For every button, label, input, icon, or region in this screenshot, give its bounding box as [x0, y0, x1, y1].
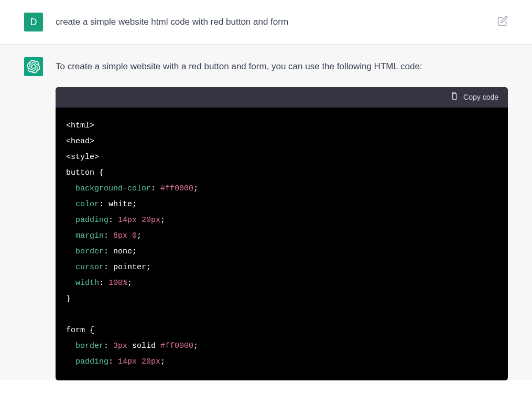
- code-line: cursor: pointer;: [66, 260, 497, 275]
- code-line: background-color: #ff0000;: [66, 181, 497, 197]
- code-line: padding: 14px 20px;: [66, 212, 497, 228]
- code-header: Copy code: [56, 87, 508, 108]
- code-line: color: white;: [66, 197, 497, 212]
- code-line: border: none;: [66, 244, 497, 260]
- code-line: button {: [66, 165, 497, 181]
- user-message-text: create a simple website html code with r…: [56, 13, 485, 30]
- code-block: Copy code <html> <head> <style> button {…: [56, 87, 508, 380]
- assistant-message-content: To create a simple website with a red bu…: [56, 57, 508, 380]
- copy-code-label: Copy code: [463, 93, 498, 101]
- assistant-intro-text: To create a simple website with a red bu…: [56, 59, 508, 75]
- code-line: <style>: [66, 150, 497, 165]
- user-message-actions: [497, 13, 508, 28]
- code-line: padding: 14px 20px;: [66, 354, 497, 370]
- user-avatar: D: [24, 13, 43, 31]
- clipboard-icon: [450, 92, 458, 102]
- code-line: form {: [66, 323, 497, 338]
- code-body: <html> <head> <style> button { backgroun…: [56, 108, 508, 380]
- code-line: margin: 8px 0;: [66, 228, 497, 244]
- user-avatar-letter: D: [30, 17, 37, 28]
- code-line: }: [66, 291, 497, 307]
- code-line: [66, 307, 497, 323]
- code-line: border: 3px solid #ff0000;: [66, 338, 497, 354]
- code-line: width: 100%;: [66, 275, 497, 291]
- user-message-row: D create a simple website html code with…: [0, 0, 532, 45]
- code-line: <head>: [66, 134, 497, 150]
- assistant-avatar: [24, 57, 43, 76]
- code-line: <html>: [66, 118, 497, 134]
- svg-rect-0: [452, 94, 457, 100]
- assistant-message-row: To create a simple website with a red bu…: [0, 45, 532, 380]
- edit-icon[interactable]: [497, 19, 508, 28]
- copy-code-button[interactable]: Copy code: [450, 92, 498, 102]
